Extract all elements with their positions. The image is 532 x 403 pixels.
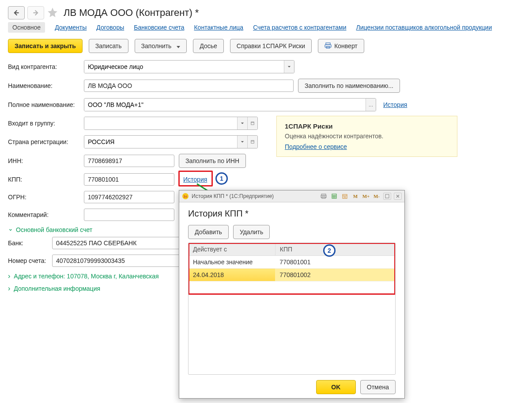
ogrn-input[interactable]: [84, 191, 174, 203]
fill-button-label: Заполнить: [141, 42, 172, 49]
open-ref-icon[interactable]: [247, 136, 257, 148]
write-and-close-button[interactable]: Записать и закрыть: [8, 39, 83, 53]
dropdown-icon[interactable]: [237, 136, 247, 148]
dialog-mem-mplus[interactable]: M+: [362, 192, 370, 200]
bank-section-toggle[interactable]: Основной банковский счет: [8, 226, 92, 233]
dialog-print-icon[interactable]: [320, 192, 328, 200]
tab-contacts[interactable]: Контактные лица: [194, 24, 243, 31]
country-input[interactable]: [84, 136, 237, 148]
kpp-label: КПП:: [8, 176, 84, 183]
svg-text:1c: 1c: [184, 194, 188, 198]
inn-label: ИНН:: [8, 157, 84, 164]
fill-button[interactable]: Заполнить: [135, 39, 187, 53]
page-title: ЛВ МОДА ООО (Контрагент) *: [64, 7, 199, 19]
svg-rect-6: [251, 141, 254, 143]
group-label: Входит в группу:: [8, 120, 84, 127]
group-input[interactable]: [84, 117, 237, 129]
tab-licenses[interactable]: Лицензии поставщиков алкогольной продукц…: [356, 24, 492, 31]
convert-button[interactable]: Конверт: [318, 39, 364, 53]
dialog-calendar-icon[interactable]: 31: [341, 192, 349, 200]
favorite-star-icon[interactable]: [47, 7, 58, 19]
dialog-cancel-button[interactable]: Отмена: [360, 380, 396, 394]
spark-text: Оценка надёжности контрагентов.: [285, 133, 449, 140]
app-logo-icon: 1c: [182, 193, 189, 200]
counterparty-type-field[interactable]: [84, 60, 294, 73]
write-button[interactable]: Записать: [89, 39, 128, 53]
dialog-heading: История КПП *: [188, 209, 396, 219]
svg-rect-13: [332, 194, 336, 198]
account-number-input[interactable]: [52, 255, 185, 267]
spark-risks-panel: 1СПАРК Риски Оценка надёжности контраген…: [276, 116, 457, 157]
kpp-history-dialog: 1c История КПП * (1С:Предприятие) 31 M M…: [179, 190, 405, 399]
svg-text:31: 31: [343, 196, 347, 198]
col-effective-date[interactable]: Действует с: [189, 243, 275, 256]
tab-main[interactable]: Основное: [8, 22, 45, 33]
comment-label: Комментарий:: [8, 211, 84, 218]
bank-label: Банк:: [8, 240, 52, 247]
dialog-window-title: История КПП * (1С:Предприятие): [192, 193, 274, 199]
bank-input[interactable]: [52, 237, 185, 249]
spark-title: 1СПАРК Риски: [285, 122, 449, 130]
dialog-mem-m[interactable]: M: [351, 192, 359, 200]
inn-input[interactable]: [84, 155, 174, 167]
cell-effective-date: 24.04.2018: [189, 269, 275, 281]
open-ref-icon[interactable]: [247, 117, 257, 129]
fullname-history-link[interactable]: История: [383, 101, 407, 108]
kpp-history-link[interactable]: История: [183, 176, 207, 183]
tab-contracts[interactable]: Договоры: [96, 24, 124, 31]
spark-more-link[interactable]: Подробнее о сервисе: [285, 143, 347, 150]
table-row[interactable]: Начальное значение 770801001: [189, 256, 395, 269]
name-input[interactable]: [84, 80, 294, 92]
ogrn-label: ОГРН:: [8, 194, 84, 201]
tab-bank-accounts[interactable]: Банковские счета: [134, 24, 184, 31]
fill-by-name-button[interactable]: Заполнить по наименованию...: [298, 79, 400, 93]
fullname-input[interactable]: [84, 99, 366, 111]
dialog-calc-icon[interactable]: [330, 192, 338, 200]
table-row[interactable]: 24.04.2018 770801002: [189, 269, 395, 281]
nav-back-button[interactable]: [8, 6, 25, 19]
tab-documents[interactable]: Документы: [55, 24, 87, 31]
name-label: Наименование:: [8, 82, 84, 89]
extra-info-toggle[interactable]: Дополнительная информация: [8, 285, 100, 292]
comment-input[interactable]: [84, 209, 174, 221]
caret-down-icon: [174, 42, 180, 49]
print-icon: [324, 42, 332, 50]
counterparty-type-input[interactable]: [84, 61, 284, 73]
dropdown-icon[interactable]: [284, 61, 294, 73]
cell-kpp: 770801001: [275, 256, 395, 269]
spark-references-button[interactable]: Справки 1СПАРК Риски: [230, 39, 312, 53]
dialog-add-button[interactable]: Добавить: [188, 225, 229, 239]
svg-rect-5: [251, 122, 254, 125]
svg-rect-3: [325, 45, 331, 47]
cell-effective-date: Начальное значение: [189, 256, 275, 269]
dialog-mem-mminus[interactable]: M-: [373, 192, 381, 200]
nav-forward-button[interactable]: [27, 6, 44, 19]
dialog-delete-button[interactable]: Удалить: [233, 225, 270, 239]
country-label: Страна регистрации:: [8, 138, 84, 145]
account-number-label: Номер счета:: [8, 257, 52, 264]
svg-rect-21: [385, 194, 389, 198]
cell-kpp: 770801002: [275, 269, 395, 281]
dialog-ok-button[interactable]: OK: [316, 380, 356, 394]
extra-info-label: Дополнительная информация: [14, 285, 100, 292]
dialog-maximize-icon[interactable]: [383, 193, 391, 200]
convert-button-label: Конверт: [334, 42, 358, 49]
dropdown-icon[interactable]: [237, 117, 247, 129]
counterparty-type-label: Вид контрагента:: [8, 63, 84, 70]
ellipsis-button[interactable]: …: [366, 99, 376, 111]
tab-settlement-accounts[interactable]: Счета расчетов с контрагентами: [253, 24, 346, 31]
dossier-button[interactable]: Досье: [193, 39, 224, 53]
address-phone-toggle[interactable]: Адрес и телефон: 107078, Москва г, Калан…: [8, 273, 159, 280]
fullname-label: Полное наименование:: [8, 101, 84, 108]
dialog-close-icon[interactable]: [394, 193, 402, 200]
kpp-input[interactable]: [84, 173, 174, 186]
col-kpp[interactable]: КПП: [275, 243, 395, 256]
bank-section-title: Основной банковский счет: [16, 226, 92, 233]
fill-by-inn-button[interactable]: Заполнить по ИНН: [179, 154, 246, 168]
address-phone-label: Адрес и телефон: 107078, Москва г, Калан…: [14, 273, 158, 280]
